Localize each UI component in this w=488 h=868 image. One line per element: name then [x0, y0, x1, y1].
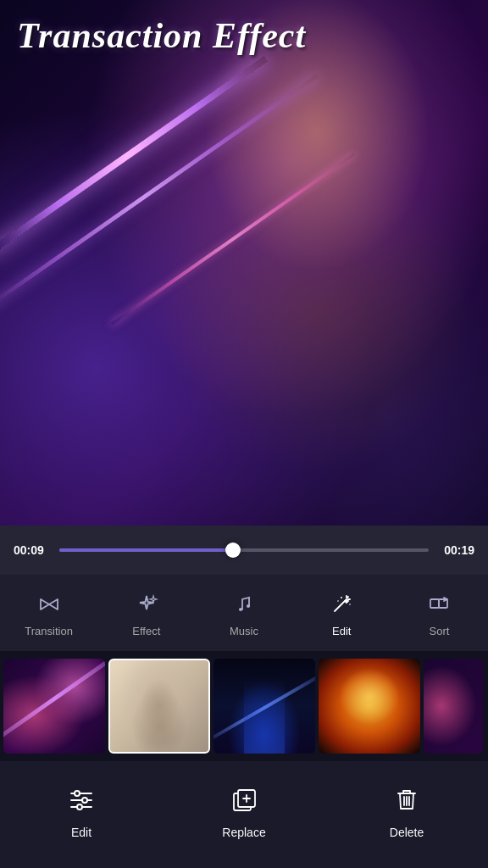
person-figure	[0, 0, 488, 526]
filmstrip-item-1[interactable]	[3, 659, 105, 754]
music-icon	[229, 589, 259, 620]
sort-icon	[424, 589, 454, 620]
svg-line-1	[335, 601, 345, 611]
action-item-edit[interactable]: Edit	[0, 782, 163, 839]
edit-icon	[326, 589, 357, 620]
svg-point-14	[82, 798, 87, 803]
svg-point-5	[341, 597, 342, 598]
edit-label: Edit	[332, 625, 351, 637]
action-replace-icon	[225, 782, 263, 819]
filmstrip-item-5[interactable]	[424, 659, 483, 754]
toolbar-item-edit[interactable]: Edit	[293, 589, 391, 637]
action-edit-icon	[63, 782, 100, 819]
filmstrip-item-3[interactable]	[214, 659, 315, 754]
svg-point-15	[77, 804, 82, 810]
action-bar: Edit Replace Del	[0, 761, 488, 868]
svg-point-13	[75, 791, 80, 796]
total-time: 00:19	[439, 543, 474, 557]
action-delete-icon	[388, 782, 425, 819]
effect-label: Effect	[132, 625, 160, 637]
progress-fill	[59, 548, 233, 552]
video-preview[interactable]: Transaction Effect	[0, 0, 488, 526]
progress-track[interactable]	[59, 548, 429, 552]
svg-rect-8	[430, 599, 439, 608]
effect-icon	[131, 589, 162, 620]
filmstrip[interactable]	[0, 651, 488, 761]
svg-line-4	[347, 597, 348, 598]
toolbar-item-transition[interactable]: Transition	[0, 589, 97, 637]
sort-label: Sort	[429, 625, 449, 637]
toolbar-item-music[interactable]: Music	[195, 589, 292, 637]
toolbar: Transition Effect Music	[0, 575, 488, 651]
toolbar-item-effect[interactable]: Effect	[97, 589, 195, 637]
action-replace-label: Replace	[222, 826, 265, 839]
svg-point-0	[247, 604, 250, 608]
playback-bar: 00:09 00:19	[0, 526, 488, 575]
svg-point-6	[337, 600, 339, 602]
toolbar-item-sort[interactable]: Sort	[391, 589, 488, 637]
music-label: Music	[230, 625, 258, 637]
filmstrip-item-2[interactable]	[108, 659, 210, 754]
action-item-delete[interactable]: Delete	[325, 782, 488, 839]
action-item-replace[interactable]: Replace	[163, 782, 325, 839]
current-time: 00:09	[14, 543, 49, 557]
action-edit-label: Edit	[71, 826, 92, 839]
action-delete-label: Delete	[390, 826, 424, 839]
filmstrip-item-4[interactable]	[319, 659, 420, 754]
svg-point-7	[349, 604, 351, 605]
app-title: Transaction Effect	[17, 15, 306, 56]
transition-icon	[34, 589, 64, 620]
progress-thumb[interactable]	[225, 542, 241, 558]
transition-label: Transition	[25, 625, 73, 637]
